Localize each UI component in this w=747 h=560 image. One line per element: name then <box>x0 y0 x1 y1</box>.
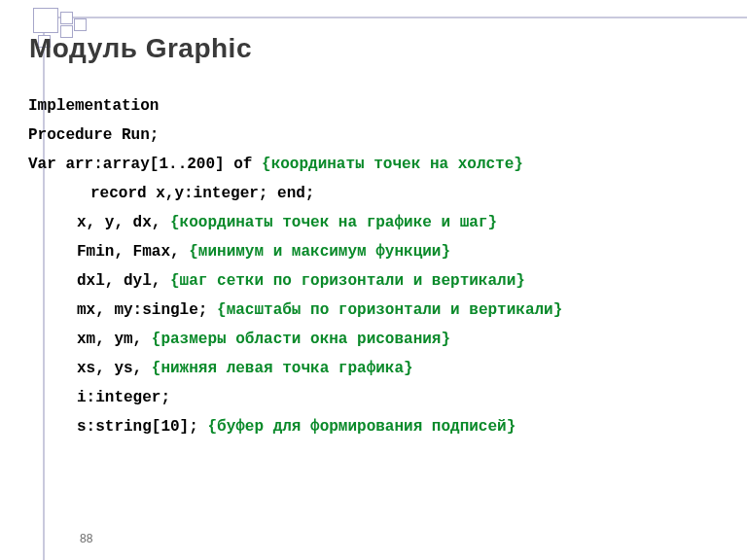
code-line: xs, ys, {нижняя левая точка графика} <box>28 354 719 383</box>
code-line: Fmin, Fmax, {минимум и максимум функции} <box>28 237 719 266</box>
slide-title: Модуль Graphic <box>29 33 252 64</box>
code-line: i:integer; <box>28 383 719 412</box>
code-line: Implementation <box>28 91 719 121</box>
page-number: 88 <box>80 532 92 545</box>
code-line: x, y, dx, {координаты точек на графике и… <box>28 208 719 237</box>
code-line: mx, my:single; {масштабы по горизонтали … <box>28 296 719 325</box>
code-block: Implementation Procedure Run; Var arr:ar… <box>28 91 719 441</box>
code-line: xm, ym, {размеры области окна рисования} <box>28 325 719 354</box>
code-line: dxl, dyl, {шаг сетки по горизонтали и ве… <box>28 266 719 296</box>
code-line: s:string[10]; {буфер для формирования по… <box>28 412 719 441</box>
code-line: record x,y:integer; end; <box>28 179 719 208</box>
code-line: Var arr:array[1..200] of {координаты точ… <box>28 150 719 179</box>
code-line: Procedure Run; <box>28 121 719 150</box>
